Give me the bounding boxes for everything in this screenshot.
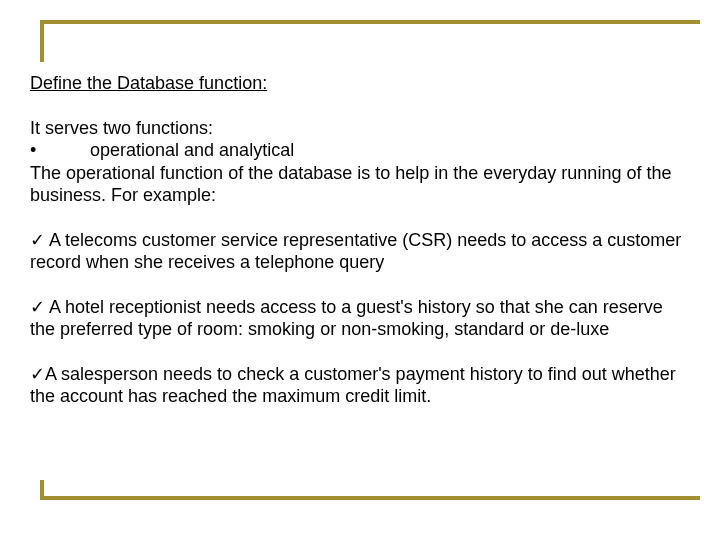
slide-title: Define the Database function: <box>30 72 690 95</box>
check-icon: ✓ <box>30 297 45 317</box>
intro-line-3: The operational function of the database… <box>30 163 671 206</box>
example-item-3: ✓A salesperson needs to check a customer… <box>30 363 690 408</box>
intro-bullet-text: operational and analytical <box>90 140 294 160</box>
example-item-2: ✓ A hotel receptionist needs access to a… <box>30 296 690 341</box>
example-2-text: A hotel receptionist needs access to a g… <box>30 297 663 340</box>
bullet-dot-icon: • <box>30 139 90 162</box>
example-3-text: A salesperson needs to check a customer'… <box>30 364 676 407</box>
check-icon: ✓ <box>30 364 45 384</box>
intro-bullet-line: •operational and analytical <box>30 139 690 162</box>
intro-paragraph: It serves two functions: •operational an… <box>30 117 690 207</box>
slide-content: Define the Database function: It serves … <box>30 72 690 430</box>
example-item-1: ✓ A telecoms customer service representa… <box>30 229 690 274</box>
frame-bottom-rule <box>40 496 700 500</box>
intro-line-1: It serves two functions: <box>30 118 213 138</box>
example-1-text: A telecoms customer service representati… <box>30 230 681 273</box>
check-icon: ✓ <box>30 230 45 250</box>
frame-top-rule <box>40 20 700 24</box>
slide: Define the Database function: It serves … <box>0 0 720 540</box>
